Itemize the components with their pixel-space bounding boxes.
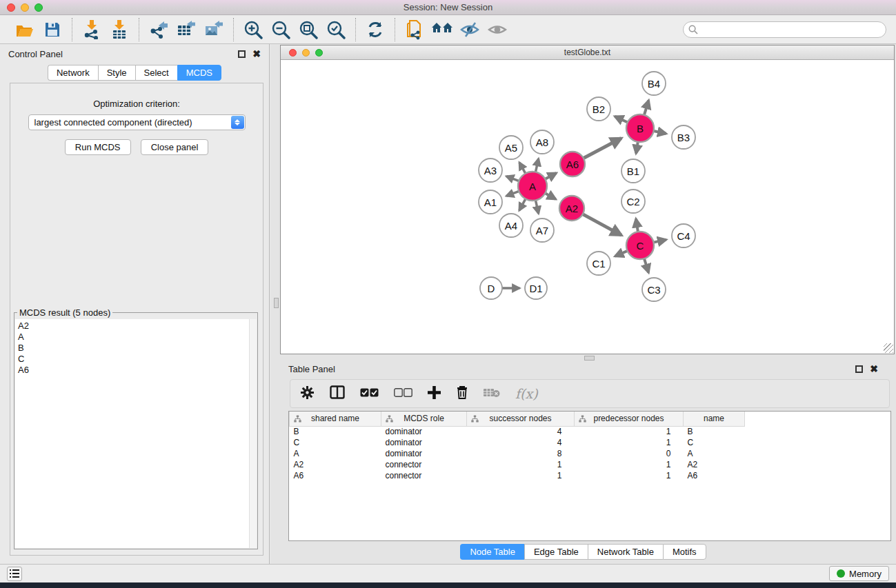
edge-C-C3[interactable] bbox=[644, 258, 648, 272]
edge-A6-B[interactable] bbox=[584, 139, 621, 159]
table-cell[interactable]: A bbox=[684, 448, 745, 459]
select-all-checkboxes-icon[interactable] bbox=[360, 387, 379, 400]
node-A7[interactable]: A7 bbox=[530, 219, 554, 242]
node-A8[interactable]: A8 bbox=[530, 130, 554, 154]
node-A5[interactable]: A5 bbox=[499, 136, 523, 159]
node-C4[interactable]: C4 bbox=[672, 224, 695, 247]
node-D1[interactable]: D1 bbox=[525, 277, 547, 299]
table-cell[interactable]: A bbox=[290, 448, 381, 459]
close-panel-button[interactable]: Close panel bbox=[141, 139, 209, 155]
edge-A-A2[interactable] bbox=[545, 193, 555, 199]
close-window-button[interactable] bbox=[7, 3, 15, 12]
node-C2[interactable]: C2 bbox=[621, 190, 645, 213]
minimize-window-button[interactable] bbox=[21, 3, 29, 12]
edge-B-B4[interactable] bbox=[644, 101, 649, 115]
table-cell[interactable]: C bbox=[684, 437, 745, 448]
node-A3[interactable]: A3 bbox=[479, 159, 502, 182]
edge-A-A3[interactable] bbox=[506, 176, 519, 181]
tab-edge-table[interactable]: Edge Table bbox=[524, 544, 588, 560]
node-A6[interactable]: A6 bbox=[560, 152, 585, 176]
column-header-predecessor-nodes[interactable]: predecessor nodes bbox=[575, 412, 684, 426]
node-A1[interactable]: A1 bbox=[479, 190, 502, 214]
export-network-icon[interactable] bbox=[147, 19, 170, 41]
table-row[interactable]: Adominator80A bbox=[290, 448, 891, 459]
table-row[interactable]: Bdominator41B bbox=[290, 426, 891, 437]
clear-checkboxes-icon[interactable] bbox=[394, 387, 412, 400]
table-cell[interactable]: A2 bbox=[290, 459, 381, 470]
table-cell[interactable]: 4 bbox=[467, 437, 575, 448]
task-history-button[interactable] bbox=[7, 567, 22, 581]
node-C1[interactable]: C1 bbox=[587, 252, 610, 275]
window-resize-grip[interactable] bbox=[884, 343, 893, 353]
edge-A-A4[interactable] bbox=[519, 199, 526, 210]
network-view-window[interactable]: testGlobe.txt B4B2BB3A5A8A6A3B1AA1C2A2A4… bbox=[280, 45, 895, 354]
zoom-fit-icon[interactable] bbox=[297, 19, 320, 41]
close-table-panel-icon[interactable]: ✖ bbox=[870, 365, 878, 373]
refresh-icon[interactable] bbox=[364, 19, 387, 41]
node-D[interactable]: D bbox=[480, 277, 502, 299]
table-cell[interactable]: dominator bbox=[381, 437, 467, 448]
export-image-icon[interactable] bbox=[202, 19, 226, 41]
home-layout-icon[interactable] bbox=[430, 19, 454, 41]
result-item[interactable]: B bbox=[18, 343, 257, 354]
table-cell[interactable]: B bbox=[290, 426, 381, 437]
zoom-selected-icon[interactable] bbox=[324, 19, 348, 41]
column-header-MCDS-role[interactable]: MCDS role bbox=[381, 412, 467, 426]
node-C[interactable]: C bbox=[626, 232, 654, 259]
function-builder-icon[interactable]: f(x) bbox=[515, 386, 538, 401]
table-cell[interactable]: A2 bbox=[684, 459, 745, 470]
result-item[interactable]: A2 bbox=[18, 321, 257, 332]
delete-row-icon[interactable] bbox=[456, 385, 468, 402]
table-cell[interactable]: 4 bbox=[467, 426, 575, 437]
table-cell[interactable]: 8 bbox=[467, 448, 575, 459]
zoom-in-icon[interactable] bbox=[241, 19, 265, 41]
node-table[interactable]: shared nameMCDS rolesuccessor nodesprede… bbox=[288, 411, 891, 541]
tab-motifs[interactable]: Motifs bbox=[663, 544, 706, 560]
node-B3[interactable]: B3 bbox=[672, 125, 695, 149]
mcds-result-list[interactable]: A2ABCA6 bbox=[15, 319, 257, 548]
new-network-from-selection-icon[interactable] bbox=[403, 19, 426, 41]
network-close-button[interactable] bbox=[289, 49, 297, 57]
table-row[interactable]: A2connector11A2 bbox=[290, 459, 891, 470]
table-cell[interactable]: A6 bbox=[290, 470, 381, 481]
node-B[interactable]: B bbox=[626, 114, 654, 142]
run-mcds-button[interactable]: Run MCDS bbox=[65, 139, 131, 155]
edge-A2-C[interactable] bbox=[583, 214, 621, 236]
float-panel-icon[interactable] bbox=[238, 50, 246, 58]
node-B2[interactable]: B2 bbox=[587, 97, 610, 121]
edge-A-A5[interactable] bbox=[519, 163, 526, 174]
add-row-icon[interactable] bbox=[428, 386, 441, 402]
column-header-shared-name[interactable]: shared name bbox=[290, 412, 381, 426]
export-table-icon[interactable] bbox=[175, 19, 198, 41]
import-table-icon[interactable] bbox=[108, 19, 131, 41]
network-zoom-button[interactable] bbox=[315, 49, 323, 57]
zoom-out-icon[interactable] bbox=[269, 19, 292, 41]
show-panels-icon[interactable] bbox=[486, 19, 509, 41]
result-item[interactable]: C bbox=[18, 354, 257, 365]
table-cell[interactable]: A6 bbox=[684, 470, 745, 481]
import-network-icon[interactable] bbox=[80, 19, 103, 41]
table-cell[interactable]: 1 bbox=[575, 470, 684, 481]
table-cell[interactable]: 1 bbox=[467, 470, 575, 481]
open-session-icon[interactable] bbox=[13, 19, 37, 41]
zoom-window-button[interactable] bbox=[34, 3, 43, 12]
table-cell[interactable]: B bbox=[684, 426, 745, 437]
node-B4[interactable]: B4 bbox=[642, 72, 666, 95]
table-cell[interactable]: 1 bbox=[575, 426, 684, 437]
edge-A-A1[interactable] bbox=[506, 191, 519, 196]
table-cell[interactable]: 1 bbox=[575, 459, 684, 470]
float-table-panel-icon[interactable] bbox=[855, 365, 863, 373]
vertical-split-handle[interactable] bbox=[274, 298, 279, 308]
result-scrollbar[interactable] bbox=[249, 319, 257, 548]
network-canvas[interactable]: B4B2BB3A5A8A6A3B1AA1C2A2A4A7C4CC1C3DD1 bbox=[281, 60, 894, 354]
table-cell[interactable]: C bbox=[290, 437, 381, 448]
search-input[interactable] bbox=[683, 21, 886, 38]
column-header-successor-nodes[interactable]: successor nodes bbox=[467, 412, 575, 426]
tab-select[interactable]: Select bbox=[135, 65, 177, 81]
node-C3[interactable]: C3 bbox=[642, 278, 666, 301]
column-header-name[interactable]: name bbox=[684, 412, 745, 426]
tab-mcds[interactable]: MCDS bbox=[177, 65, 221, 81]
tab-style[interactable]: Style bbox=[98, 65, 135, 81]
table-cell[interactable]: connector bbox=[381, 470, 467, 481]
tab-network[interactable]: Network bbox=[48, 65, 98, 81]
